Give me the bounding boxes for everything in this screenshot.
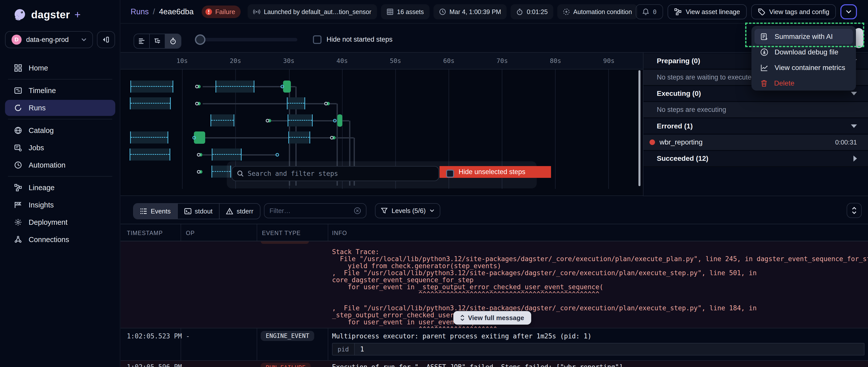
event-row-step-failure[interactable]: Stack Trace: File "/usr/local/lib/python… bbox=[121, 241, 868, 328]
gantt-step-skipped[interactable] bbox=[216, 80, 254, 93]
hide-unselected-checkbox[interactable] bbox=[446, 170, 454, 177]
gantt-step-succeeded[interactable] bbox=[283, 80, 291, 93]
lineage-icon bbox=[14, 184, 22, 192]
event-info: Multiprocess executor: parent process ex… bbox=[332, 332, 591, 340]
bell-icon bbox=[642, 8, 649, 15]
tab-stderr[interactable]: stderr bbox=[219, 204, 260, 219]
clock-icon bbox=[439, 8, 446, 15]
gantt-step-skipped[interactable] bbox=[288, 131, 310, 143]
gantt-scrollbar[interactable] bbox=[639, 70, 641, 186]
tab-stdout[interactable]: stdout bbox=[178, 204, 220, 219]
hide-not-started-checkbox[interactable] bbox=[313, 35, 321, 44]
gantt-zoom-slider[interactable] bbox=[196, 38, 298, 41]
filter-placeholder: Filter… bbox=[270, 207, 290, 215]
automation-condition-pill[interactable]: Automation condition bbox=[557, 4, 638, 19]
step-duration: 0:00:31 bbox=[835, 138, 857, 146]
run-actions-menu-button[interactable] bbox=[840, 4, 857, 19]
view-asset-lineage-button[interactable]: View asset lineage bbox=[668, 4, 746, 19]
menu-item-delete[interactable]: Delete bbox=[754, 75, 853, 91]
gantt-node bbox=[197, 153, 200, 157]
sidebar-item-deployment[interactable]: Deployment bbox=[5, 214, 115, 230]
error-icon bbox=[205, 8, 212, 15]
sidebar-item-lineage[interactable]: Lineage bbox=[5, 179, 115, 196]
status-badge[interactable]: Failure bbox=[202, 5, 241, 18]
menu-item-container-metrics[interactable]: View container metrics bbox=[754, 60, 853, 75]
gantt-step-skipped[interactable] bbox=[130, 97, 171, 109]
search-icon bbox=[237, 170, 244, 177]
panel-section-errored[interactable]: Errored (1) bbox=[644, 119, 868, 134]
launched-by-pill[interactable]: Launched by default_aut…tion_sensor bbox=[248, 4, 377, 19]
tag-icon bbox=[758, 8, 765, 15]
start-time-pill: Mar 4, 1:00:39 PM bbox=[434, 4, 507, 19]
log-filter-input[interactable]: Filter… bbox=[264, 203, 366, 218]
col-info[interactable]: INFO bbox=[332, 230, 347, 237]
sidebar-item-jobs[interactable]: Jobs bbox=[5, 140, 115, 156]
gantt-step-skipped[interactable] bbox=[211, 114, 234, 127]
event-metadata-table: pid 1 bbox=[332, 343, 865, 356]
event-row-engine[interactable]: 1:02:05.523 PM - ENGINE_EVENT Multiproce… bbox=[121, 328, 868, 361]
sidebar-item-insights[interactable]: Insights bbox=[5, 197, 115, 213]
terminal-icon bbox=[184, 208, 191, 214]
notifications-button[interactable]: 0 bbox=[636, 4, 663, 19]
gantt-node bbox=[281, 85, 284, 88]
gantt-step-skipped[interactable] bbox=[287, 114, 313, 127]
gantt-step-skipped[interactable] bbox=[130, 80, 173, 93]
deployment-avatar: D bbox=[11, 35, 22, 45]
gantt-view-switcher bbox=[134, 34, 181, 49]
step-search-input[interactable]: Search and filter steps bbox=[231, 166, 439, 181]
brand-plus: + bbox=[74, 9, 81, 21]
sidebar-item-catalog[interactable]: Catalog bbox=[5, 123, 115, 138]
breadcrumb-runs-link[interactable]: Runs bbox=[131, 7, 149, 16]
timed-view-button[interactable] bbox=[165, 34, 181, 49]
flat-view-button[interactable] bbox=[134, 34, 150, 49]
timeline-icon bbox=[14, 87, 22, 95]
panel-errored-step-row[interactable]: wbr_reporting 0:00:31 bbox=[644, 135, 868, 151]
sensor-icon bbox=[253, 8, 260, 15]
gantt-step-succeeded[interactable] bbox=[337, 114, 342, 127]
gantt-step-skipped[interactable] bbox=[130, 148, 170, 161]
gantt-step-skipped[interactable] bbox=[212, 148, 242, 161]
run-header: Runs / 4eae6dba Failure Launched by defa… bbox=[121, 0, 868, 24]
insights-icon bbox=[14, 201, 22, 209]
gantt-zoom-slider-handle[interactable] bbox=[195, 34, 206, 45]
sidebar-item-label: Home bbox=[29, 64, 48, 72]
sidebar-item-runs[interactable]: Runs bbox=[5, 100, 115, 116]
runs-icon bbox=[14, 104, 22, 112]
deployment-switcher[interactable]: D data-eng-prod bbox=[5, 31, 93, 48]
waterfall-view-button[interactable] bbox=[150, 34, 165, 49]
gantt-step-skipped[interactable] bbox=[287, 97, 305, 109]
event-row-run-failure[interactable]: 1:02:05.596 PM - RUN_FAILURE Execution o… bbox=[121, 361, 868, 367]
sidebar-item-label: Insights bbox=[29, 201, 54, 209]
col-event-type[interactable]: EVENT TYPE bbox=[262, 230, 301, 237]
event-type-badge: RUN_FAILURE bbox=[261, 363, 311, 367]
sidebar-item-home[interactable]: Home bbox=[5, 60, 115, 76]
sidebar-item-automation[interactable]: Automation bbox=[5, 157, 115, 173]
flat-list-icon bbox=[138, 38, 145, 44]
gantt-node bbox=[192, 136, 196, 139]
events-toolbar: Events stdout stderr Filter… Levels (5/6… bbox=[121, 196, 868, 224]
col-op[interactable]: OP bbox=[186, 230, 195, 237]
levels-dropdown[interactable]: Levels (5/6) bbox=[375, 203, 440, 218]
panel-section-succeeded[interactable]: Succeeded (12) bbox=[644, 151, 868, 167]
col-timestamp[interactable]: TIMESTAMP bbox=[127, 230, 163, 237]
view-tags-config-button[interactable]: View tags and config bbox=[751, 4, 836, 19]
sidebar-collapse-button[interactable] bbox=[97, 31, 115, 48]
sidebar-item-connections[interactable]: Connections bbox=[5, 232, 115, 247]
gantt-node bbox=[276, 153, 279, 157]
gantt-node bbox=[197, 170, 200, 174]
chevron-down-icon bbox=[851, 125, 857, 128]
scroll-jump-button[interactable] bbox=[847, 203, 862, 218]
gantt-node bbox=[266, 119, 269, 123]
assets-icon bbox=[386, 8, 394, 15]
clear-filter-icon[interactable] bbox=[354, 207, 361, 214]
chevron-down-icon bbox=[82, 38, 86, 41]
gantt-step-skipped[interactable] bbox=[130, 131, 168, 143]
events-table: TIMESTAMP OP EVENT TYPE INFO Stack Trace… bbox=[121, 224, 868, 367]
event-op: - bbox=[186, 363, 190, 367]
assets-count-pill[interactable]: 16 assets bbox=[381, 4, 430, 19]
sidebar-divider bbox=[8, 79, 112, 79]
sidebar-item-timeline[interactable]: Timeline bbox=[5, 82, 115, 99]
tab-events[interactable]: Events bbox=[134, 204, 178, 219]
view-full-message-button[interactable]: View full message bbox=[453, 311, 531, 325]
sidebar-item-label: Automation bbox=[29, 161, 66, 169]
